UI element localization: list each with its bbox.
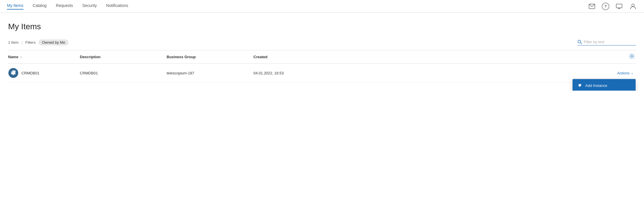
page-content: My Items 1 Item | Filters Owned by Me Na… (0, 13, 644, 91)
top-navigation: My Items Catalog Requests Security Notif… (0, 0, 644, 13)
chevron-down-icon[interactable]: ⌄ (631, 71, 634, 75)
svg-point-14 (11, 71, 12, 72)
svg-point-7 (631, 55, 633, 57)
sort-icon-name: ↑ (20, 55, 22, 59)
table-header: Name ↑ Description Business Group Create… (8, 50, 636, 64)
svg-point-4 (632, 4, 634, 6)
add-instance-label: Add Instance (585, 83, 607, 88)
col-header-description: Description (78, 55, 164, 59)
svg-point-20 (580, 84, 581, 85)
filter-left: 1 Item | Filters Owned by Me (8, 39, 69, 45)
gear-icon (629, 53, 635, 59)
help-icon: ? (604, 4, 607, 8)
nav-link-catalog[interactable]: Catalog (33, 3, 47, 10)
nav-links: My Items Catalog Requests Security Notif… (7, 3, 588, 10)
nav-icons: ? (588, 2, 637, 10)
svg-point-15 (15, 71, 15, 72)
filters-link[interactable]: Filters (25, 40, 36, 45)
actions-dropdown: Add Instance Delete Conta (572, 79, 636, 91)
col-header-gear (326, 53, 636, 61)
table-settings-button[interactable] (629, 53, 635, 61)
page-title: My Items (8, 22, 636, 31)
display-icon (616, 4, 622, 9)
search-wrapper (577, 40, 636, 45)
item-count-label: 1 Item (8, 40, 19, 45)
col-header-name: Name ↑ (8, 55, 78, 59)
svg-rect-19 (579, 86, 580, 87)
svg-line-6 (581, 43, 582, 44)
db-icon (8, 68, 19, 78)
actions-link[interactable]: Actions (617, 71, 630, 75)
cell-created: 04.01.2022, 16:53 (251, 71, 326, 75)
svg-rect-12 (13, 73, 14, 75)
mail-icon (589, 4, 595, 9)
search-icon (577, 40, 582, 44)
col-header-business-group: Business Group (164, 55, 251, 59)
user-icon-button[interactable] (629, 2, 637, 10)
user-icon (630, 3, 636, 10)
col-header-created: Created (251, 55, 326, 59)
elephant-icon (577, 83, 582, 88)
filter-right (577, 40, 636, 45)
filter-bar: 1 Item | Filters Owned by Me (8, 39, 636, 45)
mail-icon-button[interactable] (588, 2, 596, 10)
nav-link-security[interactable]: Security (82, 3, 97, 10)
cell-actions: Actions ⌄ (326, 71, 636, 75)
svg-rect-1 (616, 4, 622, 8)
nav-link-notifications[interactable]: Notifications (106, 3, 128, 10)
items-table: Name ↑ Description Business Group Create… (8, 50, 636, 83)
add-instance-icon (577, 83, 582, 88)
display-icon-button[interactable] (615, 2, 623, 10)
table-row: CRMDB01 CRMDB01 telescopium-187 04.01.20… (8, 64, 636, 83)
nav-link-requests[interactable]: Requests (56, 3, 73, 10)
cell-name: CRMDB01 (8, 68, 78, 78)
filter-divider: | (21, 40, 22, 45)
owned-by-me-badge[interactable]: Owned by Me (38, 39, 69, 45)
cell-business-group: telescopium-187 (164, 71, 251, 75)
help-icon-button[interactable]: ? (602, 3, 609, 10)
cell-description: CRMDB01 (78, 71, 164, 75)
nav-link-my-items[interactable]: My Items (7, 3, 23, 10)
search-input[interactable] (584, 40, 636, 44)
row-name-text: CRMDB01 (21, 71, 39, 75)
dropdown-item-add-instance[interactable]: Add Instance (573, 79, 636, 91)
